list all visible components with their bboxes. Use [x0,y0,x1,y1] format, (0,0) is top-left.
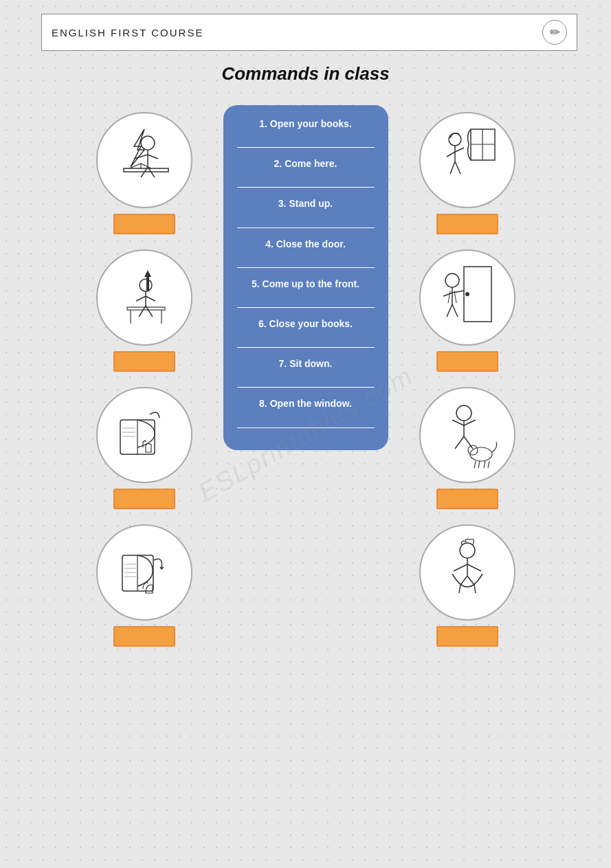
right-column [395,105,540,662]
orange-box-left-4 [113,626,175,647]
orange-box-right-4 [436,626,498,647]
command-text-4: 4. Close the door. [237,238,375,250]
svg-line-61 [454,564,467,571]
svg-line-56 [478,461,480,468]
svg-line-63 [460,576,467,585]
svg-line-45 [448,291,450,303]
svg-point-47 [456,405,471,421]
command-text-5: 5. Come up to the front. [237,278,375,290]
svg-line-52 [464,436,473,449]
svg-line-41 [452,291,464,293]
circle-img-left-1 [96,112,192,208]
command-text-7: 7. Sit down. [237,357,375,370]
command-text-2: 2. Come here. [237,157,375,170]
command-line-3[interactable] [237,213,375,228]
command-text-6: 6. Close your books. [237,318,375,330]
svg-rect-14 [127,307,165,310]
circle-img-left-2 [96,249,192,346]
svg-line-62 [467,564,481,571]
svg-point-59 [460,543,475,558]
command-item-5: 5. Come up to the front. [237,278,375,313]
svg-line-51 [455,436,464,449]
command-text-8: 8. Open the window. [237,397,375,410]
orange-box-left-2 [113,351,175,372]
command-text-3: 3. Stand up. [237,197,375,210]
svg-line-10 [136,296,146,301]
svg-line-43 [447,304,452,317]
command-item-2: 2. Come here. [237,157,375,193]
command-item-7: 7. Sit down. [237,357,375,393]
orange-box-right-2 [436,351,498,372]
main-layout: 1. Open your books. 2. Come here. 3. Sta… [21,105,590,662]
page: ESLprintables.com ENGLISH FIRST COURSE ✏… [0,0,611,868]
command-item-4: 4. Close the door. [237,238,375,274]
svg-line-3 [148,155,158,159]
orange-box-right-1 [436,214,498,234]
command-line-6[interactable] [237,333,375,348]
command-item-8: 8. Open the window. [237,397,375,433]
svg-line-64 [459,585,460,593]
page-title: Commands in class [21,63,590,85]
orange-box-left-3 [113,489,175,509]
header-title: ENGLISH FIRST COURSE [52,27,203,38]
svg-line-11 [146,296,155,301]
svg-line-44 [452,304,458,317]
circle-img-left-3 [96,387,192,483]
left-column [72,105,216,662]
circle-img-right-1 [419,112,515,208]
svg-point-31 [449,133,461,146]
circle-img-right-2 [419,249,515,346]
svg-line-65 [467,576,474,585]
command-item-6: 6. Close your books. [237,318,375,353]
circle-img-right-4 [419,524,515,621]
command-line-4[interactable] [237,253,375,268]
command-text-1: 1. Open your books. [237,118,375,130]
orange-box-left-1 [113,214,175,234]
svg-line-36 [455,162,460,174]
circle-img-right-3 [419,387,515,483]
command-line-8[interactable] [237,413,375,428]
center-column: 1. Open your books. 2. Come here. 3. Sta… [223,105,388,450]
svg-line-57 [484,461,485,468]
svg-line-33 [455,148,464,152]
svg-point-0 [141,136,155,150]
command-line-7[interactable] [237,372,375,388]
svg-line-35 [450,162,455,174]
svg-line-55 [474,461,476,468]
command-line-1[interactable] [237,133,375,148]
svg-line-34 [447,152,455,157]
svg-line-66 [474,585,476,593]
svg-point-53 [470,447,492,461]
pencil-icon: ✏ [542,20,567,45]
svg-point-38 [465,292,469,296]
svg-line-58 [488,461,489,468]
command-line-5[interactable] [237,293,375,308]
command-item-3: 3. Stand up. [237,197,375,233]
circle-img-left-4 [96,524,192,621]
command-line-2[interactable] [237,173,375,188]
header-box: ENGLISH FIRST COURSE ✏ [41,14,577,51]
command-item-1: 1. Open your books. [237,118,375,153]
orange-box-right-3 [436,489,498,509]
svg-line-42 [443,293,452,296]
svg-point-8 [140,279,152,291]
svg-point-39 [445,274,459,287]
